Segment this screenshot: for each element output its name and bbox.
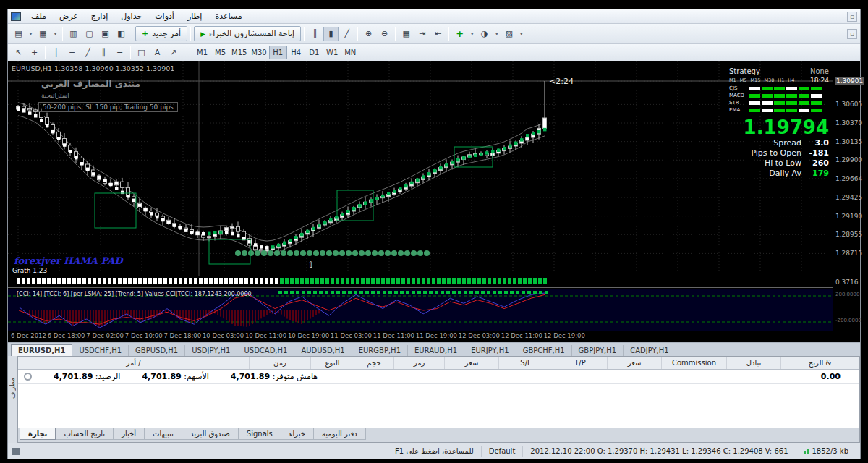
grath-label: Grath 1.23 <box>12 267 47 274</box>
fibonacci-icon[interactable]: ≡ <box>112 46 127 60</box>
tile-windows-icon[interactable]: ▦ <box>399 27 414 41</box>
chart-tab[interactable]: GBPJPY,H1 <box>572 345 624 356</box>
time-axis[interactable]: 6 Dec 20126 Dec 18:007 Dec 02:007 Dec 10… <box>8 331 587 342</box>
terminal-icon[interactable]: ◧ <box>114 27 129 41</box>
menu-item[interactable]: إطار <box>181 11 208 22</box>
status-bar-info: 2012.12.10 22:00 O: 1.29370 H: 1.29431 L… <box>522 446 795 457</box>
terminal-tab[interactable]: صندوق البريد <box>182 428 239 440</box>
mtf-cell <box>749 94 760 98</box>
window-button-icon[interactable]: ▫ <box>847 12 857 22</box>
candlestick-chart-icon[interactable]: ▮ <box>323 27 339 41</box>
chevron-down-icon[interactable]: ▾ <box>51 27 59 41</box>
channel-icon[interactable]: ∥ <box>96 46 111 60</box>
chart-tab[interactable]: EURAUD,H1 <box>408 345 464 356</box>
timeframe-button[interactable]: H1 <box>269 46 287 59</box>
line-chart-icon[interactable]: ╱ <box>339 27 354 41</box>
text-icon[interactable]: A <box>150 46 165 60</box>
chart-tab[interactable]: EURJPY,H1 <box>464 345 516 356</box>
terminal-tab[interactable]: خبراء <box>281 428 314 440</box>
chart-tab[interactable]: EURUSD,H1 <box>11 344 72 356</box>
new-chart-icon[interactable]: ▤ <box>11 27 26 41</box>
chart-shift-icon[interactable]: ⇤ <box>430 27 446 41</box>
new-order-button[interactable]: + أمر جديد <box>135 26 187 41</box>
timeframe-button[interactable]: M1 <box>193 46 211 59</box>
templates-icon[interactable]: ▨ <box>501 27 516 41</box>
balance-field: الرصيد: 4,701.89 <box>54 372 120 381</box>
market-watch-icon[interactable]: ▥ <box>66 27 81 41</box>
chevron-down-icon[interactable]: ▾ <box>468 27 476 41</box>
chart-tab[interactable]: CADJPY,H1 <box>624 345 676 356</box>
column-header[interactable]: رمز <box>394 357 445 369</box>
column-header[interactable]: الربح & <box>781 357 859 369</box>
terminal-tab[interactable]: تنبيهات <box>145 428 182 440</box>
chart-tab[interactable]: USDCAD,H1 <box>237 345 294 356</box>
menu-item[interactable]: عرض <box>53 11 85 22</box>
terminal-tab[interactable]: تجارة <box>20 428 56 440</box>
shapes-icon[interactable]: □ <box>134 46 149 60</box>
chart-tab[interactable]: USDCHF,H1 <box>72 345 129 356</box>
column-header[interactable]: النوع <box>311 357 354 369</box>
window-button-icon[interactable]: ▫ <box>847 29 857 39</box>
column-header[interactable]: حجم <box>354 357 394 369</box>
menu-item[interactable]: أدوات <box>148 11 181 22</box>
terminal-tab[interactable]: تاريخ الحساب <box>56 428 114 440</box>
column-header[interactable]: أمر / <box>18 357 250 369</box>
chart-tab[interactable]: GBPUSD,H1 <box>129 345 185 356</box>
column-header[interactable]: T/P <box>553 357 608 369</box>
horizontal-line-icon[interactable]: ─ <box>64 46 80 60</box>
chevron-down-icon[interactable]: ▾ <box>517 27 525 41</box>
balance-row[interactable]: الرصيد: 4,701.89 الأسهم: 4,701.89 هامش م… <box>18 370 859 384</box>
chart-tab[interactable]: USDJPY,H1 <box>185 345 237 356</box>
navigator-icon[interactable]: ▣ <box>98 27 113 41</box>
chart-tab[interactable]: GBPCHF,H1 <box>516 345 572 356</box>
menu-item[interactable]: ملف <box>25 11 53 22</box>
timeframe-button[interactable]: W1 <box>323 46 341 59</box>
profiles-icon[interactable]: ▦ <box>35 27 51 41</box>
bar-chart-icon[interactable]: ║ <box>307 27 323 41</box>
column-header[interactable]: سعر <box>608 357 662 369</box>
price-axis[interactable]: 1.309011.306051.303701.301351.299001.296… <box>833 61 860 342</box>
zoom-in-icon[interactable]: ⊕ <box>361 27 376 41</box>
auto-scroll-icon[interactable]: ⇥ <box>414 27 430 41</box>
data-window-icon[interactable]: ▢ <box>82 27 97 41</box>
time-axis-label: 6 Dec 2012 <box>11 332 46 342</box>
column-header[interactable]: تبادل <box>727 357 781 369</box>
zoom-out-icon[interactable]: ⊖ <box>377 27 392 41</box>
mtf-cell <box>774 101 785 105</box>
timeframe-button[interactable]: M30 <box>249 46 268 59</box>
terminal-tab[interactable]: دفتر اليومية <box>314 428 366 440</box>
terminal-tab[interactable]: أخبار <box>114 428 145 440</box>
column-header[interactable]: زمن <box>250 357 311 369</box>
timeframe-button[interactable]: M15 <box>229 46 249 59</box>
timeframe-button[interactable]: H4 <box>287 46 305 59</box>
terminal-tab[interactable]: Signals <box>239 428 281 440</box>
chart-area[interactable]: ⇧[CCI: 14] [TCCI: 6] [per LSMA: 25] [Tre… <box>8 61 833 342</box>
trendline-icon[interactable]: ╱ <box>80 46 95 60</box>
timeframe-button[interactable]: MN <box>341 46 359 59</box>
status-profile[interactable]: Default <box>481 446 523 457</box>
column-header[interactable]: S/L <box>499 357 553 369</box>
mtf-cell <box>786 109 797 112</box>
toolbar-separator <box>304 27 305 41</box>
arrows-icon[interactable]: ↗ <box>166 46 181 60</box>
menu-item[interactable]: جداول <box>114 11 148 22</box>
menu-item[interactable]: إدارج <box>85 11 114 22</box>
column-header[interactable]: Commission <box>662 357 727 369</box>
crosshair-icon[interactable]: + <box>27 46 42 60</box>
toolbar-separator <box>448 27 449 41</box>
timeframe-button[interactable]: D1 <box>305 46 323 59</box>
chart-tab[interactable]: AUDUSD,H1 <box>294 345 352 356</box>
chart-tab[interactable]: EURGBP,H1 <box>352 345 408 356</box>
timeframe-button[interactable]: M5 <box>211 46 229 59</box>
periods-icon[interactable]: ◑ <box>477 27 492 41</box>
indicators-icon[interactable]: + <box>452 27 467 41</box>
chevron-down-icon[interactable]: ▾ <box>27 27 35 41</box>
vertical-line-icon[interactable]: │ <box>48 46 64 60</box>
menu-item[interactable]: مساعدة <box>208 11 248 22</box>
price-axis-label: 1.29900 <box>835 156 862 163</box>
column-header[interactable]: سعر <box>445 357 499 369</box>
chevron-down-icon[interactable]: ▾ <box>493 27 501 41</box>
price-axis-label: 1.29190 <box>835 213 862 220</box>
cursor-icon[interactable]: ↖ <box>11 46 26 60</box>
expert-advisors-button[interactable]: ▶ إتاحة المستشارون الخبراء <box>194 26 301 41</box>
